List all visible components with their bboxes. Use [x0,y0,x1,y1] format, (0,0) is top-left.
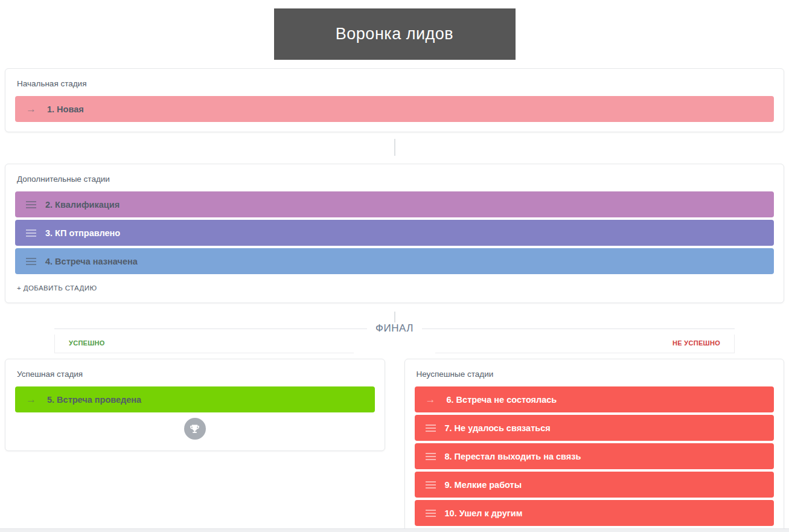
fail-tab-label: НЕ УСПЕШНО [435,335,735,353]
add-stage-button[interactable]: + ДОБАВИТЬ СТАДИЮ [17,284,97,292]
divider-line [422,328,735,329]
stage-bar[interactable]: 10. Ушел к другим [415,500,775,526]
success-section-label: Успешная стадия [17,370,375,379]
trophy-wrap [15,418,375,441]
initial-section-label: Начальная стадия [17,79,774,88]
stage-bar[interactable]: → 1. Новая [15,96,774,122]
drag-handle-icon [26,258,36,265]
stage-label: 2. Квалификация [45,200,120,210]
stage-bar[interactable]: 9. Мелкие работы [415,472,775,498]
stage-bar[interactable]: 2. Квалификация [15,191,774,217]
drag-handle-icon [26,201,36,208]
final-divider: ФИНАЛ [54,322,735,335]
stage-label: 4. Встреча назначена [45,257,138,266]
stage-bar[interactable]: → 5. Встреча проведена [15,386,375,412]
failure-stage-list: → 6. Встреча не состоялась 7. Не удалось… [415,386,775,532]
initial-stage-card: Начальная стадия → 1. Новая [5,68,784,132]
success-tab-label: УСПЕШНО [54,335,354,353]
final-divider-label: ФИНАЛ [367,322,422,335]
drag-handle-icon [426,425,436,432]
trophy-icon [184,418,206,440]
arrow-icon: → [26,104,38,114]
connector-line [394,312,395,322]
stage-label: 1. Новая [47,104,84,114]
page-title: Воронка лидов [336,25,453,43]
stage-bar[interactable]: → 6. Встреча не состоялась [415,386,775,412]
intermediate-section-label: Дополнительные стадии [17,175,774,184]
stage-label: 7. Не удалось связаться [445,423,551,433]
intermediate-stage-list: 2. Квалификация 3. КП отправлено 4. Встр… [15,191,774,274]
divider-line [54,328,367,329]
connector-line [394,139,395,156]
failure-section-label: Неуспешные стадии [417,370,775,379]
stage-label: 9. Мелкие работы [445,480,522,490]
stage-bar[interactable]: 4. Встреча назначена [15,248,774,274]
stage-bar[interactable]: 3. КП отправлено [15,220,774,246]
stage-label: 10. Ушел к другим [445,508,523,518]
stage-label: 5. Встреча проведена [47,395,141,405]
funnel-title-box: Воронка лидов [274,8,516,60]
drag-handle-icon [26,229,36,237]
success-stage-card: Успешная стадия → 5. Встреча проведена [5,359,385,451]
success-stage-list: → 5. Встреча проведена [15,386,375,412]
stage-label: 3. КП отправлено [45,228,120,238]
intermediate-stages-card: Дополнительные стадии 2. Квалификация 3.… [5,164,784,303]
drag-handle-icon [426,510,436,517]
initial-stage-list: → 1. Новая [15,96,774,122]
stage-bar[interactable]: 7. Не удалось связаться [415,415,775,441]
drag-handle-icon [426,453,436,460]
stage-bar[interactable]: 8. Перестал выходить на связь [415,443,775,469]
final-tabs-row: УСПЕШНО НЕ УСПЕШНО [54,335,735,353]
failure-stages-card: Неуспешные стадии → 6. Встреча не состоя… [404,359,785,532]
drag-handle-icon [426,481,436,489]
bottom-scroll-strip[interactable] [0,528,789,532]
arrow-icon: → [26,394,38,405]
arrow-icon: → [426,394,438,405]
stage-label: 8. Перестал выходить на связь [445,452,581,461]
final-sections-row: Успешная стадия → 5. Встреча проведена Н… [5,359,784,532]
stage-label: 6. Встреча не состоялась [447,395,557,405]
